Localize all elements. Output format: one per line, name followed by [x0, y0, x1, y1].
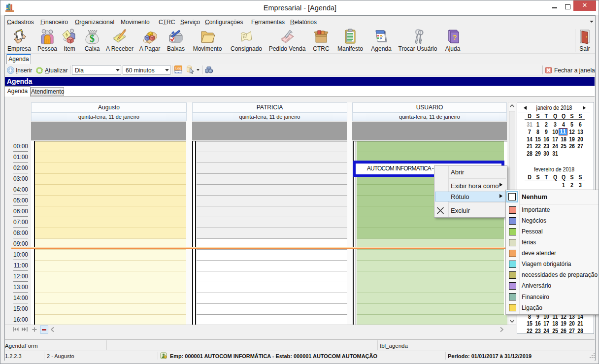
- svg-text:Log: Log: [175, 66, 181, 70]
- svg-text:$: $: [90, 33, 95, 44]
- svg-text:?: ?: [453, 33, 457, 41]
